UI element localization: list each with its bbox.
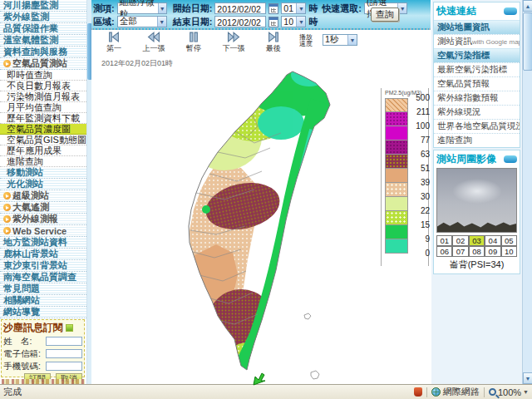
sidebar-item-25[interactable]: 常見問題 <box>0 283 86 295</box>
chevron-down-icon: ▼ <box>157 17 166 27</box>
sidebar-item-label: 空氣品質濃度圖 <box>7 124 71 135</box>
webcam-frame-selector: 01020304050607080910 <box>436 235 517 257</box>
subscription-input-2[interactable] <box>46 362 82 371</box>
webcam-frame-02[interactable]: 02 <box>452 235 468 246</box>
sidebar-item-19[interactable]: 紫外線測報 <box>0 214 86 225</box>
area-select[interactable]: 全部 ▼ <box>117 16 167 27</box>
scroll-up-arrow[interactable]: ▲ <box>523 0 532 12</box>
end-date-label: 結束日期: <box>173 16 213 28</box>
status-text: 完成 <box>3 386 22 398</box>
legend-swatch-10 <box>385 239 408 254</box>
divider <box>426 387 427 397</box>
divider <box>484 387 485 397</box>
sidebar-item-11[interactable]: 空氣品質濃度圖 <box>0 124 86 135</box>
air-quality-app: 河川揚塵監測紫外線監測品質保證作業溫室氣體監測資料查詢與服務空氣品質測站即時值查… <box>0 0 532 399</box>
legend-value-0: 0 <box>411 249 430 258</box>
quick-links-list: 測站地圖資訊測站資訊with Google map空氣污染指標最新空氣污染指標空… <box>434 20 520 147</box>
sidebar-item-label: 溫室氣體監測 <box>3 35 58 47</box>
sidebar-item-20[interactable]: Web Service <box>0 225 86 237</box>
sidebar-item-27[interactable]: 網站導覽 <box>0 307 86 318</box>
quick-link-5[interactable]: 紫外線指數預報 <box>434 91 520 105</box>
green-island <box>304 313 311 319</box>
legend-swatch-0 <box>385 98 408 112</box>
magnifier-icon <box>489 388 496 396</box>
sidebar-item-label: 空氣品質GIS動態圖 <box>7 135 86 145</box>
sidebar-item-4[interactable]: 資料查詢與服務 <box>0 47 86 58</box>
subscription-input-1[interactable] <box>46 349 82 358</box>
webcam-frame-07[interactable]: 07 <box>452 246 468 257</box>
sidebar-item-7[interactable]: 不良日數月報表 <box>0 81 86 91</box>
chevron-down-icon: ▼ <box>158 3 166 13</box>
sidebar-item-9[interactable]: 月平均值查詢 <box>0 102 86 113</box>
calendar-icon[interactable] <box>268 3 278 14</box>
webcam-image[interactable] <box>436 168 517 233</box>
sidebar-item-1[interactable]: 紫外線監測 <box>0 12 86 23</box>
legend-value-211: 211 <box>411 107 430 116</box>
quick-link-6[interactable]: 紫外線現況 <box>434 105 520 119</box>
sidebar-item-0[interactable]: 河川揚塵監測 <box>0 0 86 12</box>
sidebar-item-5[interactable]: 空氣品質測站 <box>0 58 86 70</box>
subscription-input-0[interactable] <box>46 337 82 346</box>
sidebar-item-16[interactable]: 光化測站 <box>0 179 86 190</box>
sidebar-item-10[interactable]: 歷年監測資料下載 <box>0 113 86 124</box>
webcam-frame-09[interactable]: 09 <box>485 246 500 257</box>
arrow-bullet-icon <box>3 204 11 211</box>
sidebar-item-21[interactable]: 地方監測站資料 <box>0 237 86 249</box>
sidebar-item-2[interactable]: 品質保證作業 <box>0 23 86 35</box>
zoom-control[interactable]: 100% ▼ <box>489 387 529 397</box>
sidebar-item-23[interactable]: 東沙東引背景站 <box>0 260 86 272</box>
sidebar-item-label: 超級測站 <box>12 190 49 202</box>
pause-icon <box>187 32 200 42</box>
pollutant-select[interactable]: 細懸浮微粒 ▼ <box>117 2 167 14</box>
scroll-thumb[interactable] <box>523 12 532 71</box>
webcam-frame-06[interactable]: 06 <box>436 246 452 257</box>
sidebar-item-17[interactable]: 超級測站 <box>0 190 86 202</box>
subscription-field-label: 電子信箱: <box>3 348 46 360</box>
sidebar-item-15[interactable]: 移動測站 <box>0 167 86 179</box>
end-hour-value: 10 <box>283 17 293 27</box>
sidebar-item-label: 進階查詢 <box>7 156 43 167</box>
sidebar-item-22[interactable]: 鹿林山背景站 <box>0 249 86 260</box>
start-date-label: 開始日期: <box>173 2 213 15</box>
quick-link-suffix: with Google map <box>472 38 520 46</box>
webcam-frame-05[interactable]: 05 <box>501 235 517 246</box>
quick-link-7[interactable]: 世界各地空氣品質現況 <box>434 119 520 133</box>
quick-links-title: 快速連結 <box>436 4 476 18</box>
webcam-frame-10[interactable]: 10 <box>501 246 517 257</box>
legend-swatch-3 <box>385 140 408 155</box>
quick-link-2[interactable]: 空氣污染指標 <box>434 48 520 62</box>
page-scrollbar[interactable]: ▲ ▼ <box>522 0 532 384</box>
sidebar-item-label: 地方監測站資料 <box>3 237 67 249</box>
scroll-down-arrow[interactable]: ▼ <box>523 372 532 384</box>
webcam-frame-04[interactable]: 04 <box>485 235 500 246</box>
quick-link-3[interactable]: 最新空氣污染指標 <box>434 62 520 76</box>
webcam-frame-03[interactable]: 03 <box>469 235 485 246</box>
sidebar-item-label: 紫外線監測 <box>3 12 49 23</box>
legend-swatch-5 <box>385 169 408 183</box>
sidebar-item-6[interactable]: 即時值查詢 <box>0 70 86 81</box>
webcam-frame-08[interactable]: 08 <box>469 246 485 257</box>
webcam-frame-01[interactable]: 01 <box>436 235 452 246</box>
sidebar-item-13[interactable]: 歷年應用成果 <box>0 145 86 156</box>
sidebar-item-3[interactable]: 溫室氣體監測 <box>0 35 86 47</box>
end-hour-select[interactable]: 10 ▼ <box>281 16 306 27</box>
sidebar-item-8[interactable]: 污染物測值月報表 <box>0 91 86 102</box>
sidebar-item-12[interactable]: 空氣品質GIS動態圖 <box>0 135 86 145</box>
sidebar-item-24[interactable]: 南海空氣品質調查 <box>0 272 86 283</box>
start-hour-select[interactable]: 01 ▼ <box>281 2 306 14</box>
calendar-icon[interactable] <box>268 17 278 27</box>
quick-link-4[interactable]: 空氣品質預報 <box>434 76 520 91</box>
play-speed-select[interactable]: 1秒 ▼ <box>323 34 357 46</box>
end-date-input[interactable]: 2012/02/02 <box>214 16 266 27</box>
hour-suffix: 時 <box>308 2 318 15</box>
quick-link-1[interactable]: 測站資訊with Google map <box>434 34 520 48</box>
taiwan-pm25-map[interactable] <box>91 50 431 384</box>
zone-label: 網際網路 <box>443 386 480 398</box>
sidebar-item-14[interactable]: 進階查詢 <box>0 156 86 167</box>
quick-link-0[interactable]: 測站地圖資訊 <box>434 20 520 34</box>
sidebar-item-18[interactable]: 大氣遙測 <box>0 202 86 214</box>
sidebar-item-26[interactable]: 相關網站 <box>0 295 86 307</box>
start-date-input[interactable]: 2012/02/02 <box>214 2 266 14</box>
search-button[interactable]: 查詢 <box>371 7 399 22</box>
quick-link-8[interactable]: 進階查詢 <box>434 133 520 147</box>
